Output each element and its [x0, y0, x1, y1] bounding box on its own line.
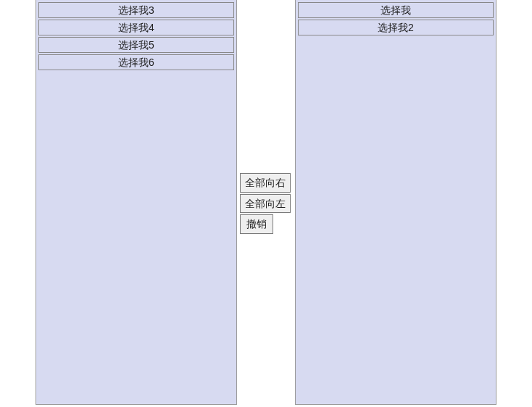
left-list-panel: 选择我3 选择我4 选择我5 选择我6 [36, 0, 237, 405]
button-column: 全部向右 全部向左 撤销 [240, 173, 292, 234]
list-item[interactable]: 选择我6 [38, 54, 234, 70]
move-all-left-button[interactable]: 全部向左 [240, 194, 291, 214]
list-item[interactable]: 选择我3 [38, 2, 234, 18]
list-item[interactable]: 选择我5 [38, 37, 234, 53]
list-item[interactable]: 选择我 [298, 2, 494, 18]
move-all-right-button[interactable]: 全部向右 [240, 173, 291, 193]
list-item[interactable]: 选择我2 [298, 20, 494, 35]
undo-button[interactable]: 撤销 [240, 214, 273, 234]
transfer-container: 选择我3 选择我4 选择我5 选择我6 全部向右 全部向左 撤销 选择我 选择我… [0, 0, 532, 407]
list-item[interactable]: 选择我4 [38, 20, 234, 35]
right-list-panel: 选择我 选择我2 [295, 0, 496, 405]
